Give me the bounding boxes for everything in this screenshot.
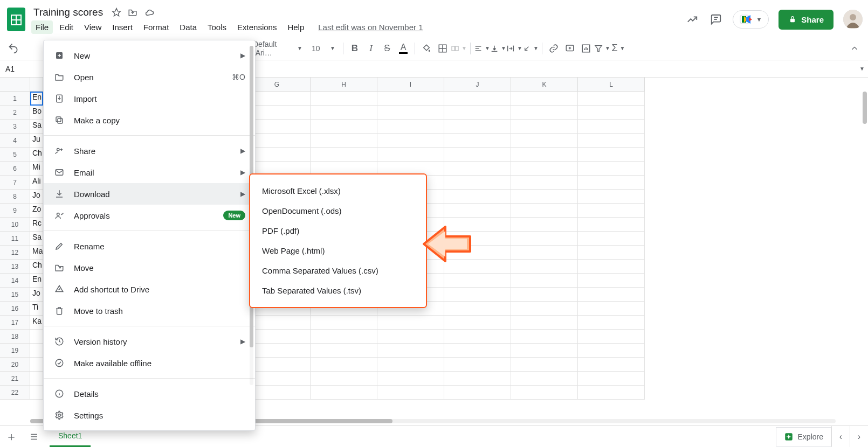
cell[interactable] [511, 148, 578, 162]
cell[interactable] [444, 344, 511, 358]
menu-extensions[interactable]: Extensions [233, 20, 281, 34]
cell[interactable] [444, 148, 511, 162]
cell[interactable] [311, 358, 377, 372]
borders-button[interactable] [435, 40, 451, 57]
cell[interactable]: Rc [30, 218, 43, 232]
cell[interactable]: Mi [30, 162, 43, 176]
cell[interactable] [511, 120, 578, 134]
cell[interactable] [578, 162, 645, 176]
text-wrap-button[interactable]: ▼ [506, 40, 522, 57]
cell[interactable] [444, 302, 511, 316]
fill-color-button[interactable] [418, 40, 435, 57]
cell[interactable] [578, 176, 645, 190]
cell[interactable]: Ch [30, 260, 43, 274]
cell[interactable] [444, 92, 511, 106]
insert-chart-button[interactable] [578, 40, 594, 57]
cell[interactable]: Ma [30, 246, 43, 260]
explore-button[interactable]: Explore [776, 427, 831, 446]
cell[interactable] [511, 316, 578, 330]
insert-link-button[interactable] [546, 40, 562, 57]
cell[interactable] [444, 358, 511, 372]
cell[interactable] [578, 106, 645, 120]
text-color-button[interactable]: A [395, 40, 411, 57]
cell[interactable] [377, 386, 444, 400]
merge-button[interactable]: ▼ [451, 40, 467, 57]
column-header[interactable]: I [377, 78, 444, 92]
cell[interactable] [377, 92, 444, 106]
file-rename[interactable]: Rename [44, 235, 255, 257]
cell[interactable] [578, 330, 645, 344]
cell[interactable] [311, 372, 377, 386]
cell[interactable] [578, 260, 645, 274]
download-tsv[interactable]: Tab Separated Values (.tsv) [250, 281, 426, 301]
row-header[interactable]: 7 [0, 176, 30, 190]
row-header[interactable]: 1 [0, 92, 30, 106]
comments-icon[interactable] [709, 12, 723, 26]
cell[interactable] [511, 176, 578, 190]
cell[interactable]: En [30, 274, 43, 288]
cell[interactable] [578, 302, 645, 316]
row-header[interactable]: 21 [0, 372, 30, 386]
row-header[interactable]: 10 [0, 218, 30, 232]
menu-data[interactable]: Data [175, 20, 201, 34]
cell[interactable] [578, 148, 645, 162]
file-details[interactable]: Details [44, 383, 255, 404]
cell[interactable] [578, 92, 645, 106]
menu-help[interactable]: Help [283, 20, 308, 34]
cell[interactable] [511, 218, 578, 232]
row-header[interactable]: 6 [0, 162, 30, 176]
cell[interactable] [578, 358, 645, 372]
horizontal-align-button[interactable]: ▼ [474, 40, 490, 57]
file-approvals[interactable]: Approvals New [44, 205, 255, 226]
insert-comment-button[interactable] [562, 40, 578, 57]
cell[interactable] [30, 372, 43, 386]
sheet-nav-right[interactable]: › [850, 426, 868, 448]
row-header[interactable]: 19 [0, 344, 30, 358]
cell[interactable] [578, 274, 645, 288]
cell[interactable] [511, 330, 578, 344]
menu-file[interactable]: File [31, 20, 53, 34]
row-header[interactable]: 8 [0, 190, 30, 204]
cell[interactable] [511, 92, 578, 106]
cell[interactable] [511, 274, 578, 288]
download-pdf[interactable]: PDF (.pdf) [250, 221, 426, 241]
cell[interactable] [578, 344, 645, 358]
file-email[interactable]: Email ▶ [44, 162, 255, 183]
column-header[interactable]: J [444, 78, 511, 92]
cell[interactable] [578, 246, 645, 260]
cell[interactable] [511, 106, 578, 120]
row-header[interactable]: 14 [0, 274, 30, 288]
col-partial[interactable] [30, 78, 43, 92]
cell[interactable] [511, 358, 578, 372]
collapse-toolbar-button[interactable] [846, 40, 863, 57]
cell[interactable] [377, 358, 444, 372]
file-download[interactable]: Download ▶ [44, 183, 255, 205]
cell[interactable]: Ali [30, 176, 43, 190]
cell[interactable] [311, 92, 377, 106]
cell[interactable] [444, 330, 511, 344]
row-header[interactable]: 18 [0, 330, 30, 344]
cell[interactable] [578, 190, 645, 204]
cell[interactable] [511, 190, 578, 204]
cell[interactable] [377, 316, 444, 330]
cell[interactable]: En [30, 92, 43, 106]
cell[interactable] [444, 274, 511, 288]
cell[interactable] [311, 344, 377, 358]
file-version-history[interactable]: Version history ▶ [44, 331, 255, 352]
cell[interactable] [444, 288, 511, 302]
cell[interactable] [30, 386, 43, 400]
activity-icon[interactable] [685, 12, 699, 26]
menu-format[interactable]: Format [139, 20, 174, 34]
cell[interactable] [444, 316, 511, 330]
cell[interactable] [377, 134, 444, 148]
row-header[interactable]: 2 [0, 106, 30, 120]
share-button[interactable]: Share [779, 10, 833, 30]
star-icon[interactable] [112, 8, 121, 17]
cell[interactable] [444, 162, 511, 176]
column-header[interactable]: L [578, 78, 645, 92]
cell[interactable] [444, 106, 511, 120]
cell[interactable] [578, 204, 645, 218]
cell[interactable] [511, 288, 578, 302]
cell[interactable] [377, 148, 444, 162]
cell[interactable]: Ka [30, 316, 43, 330]
